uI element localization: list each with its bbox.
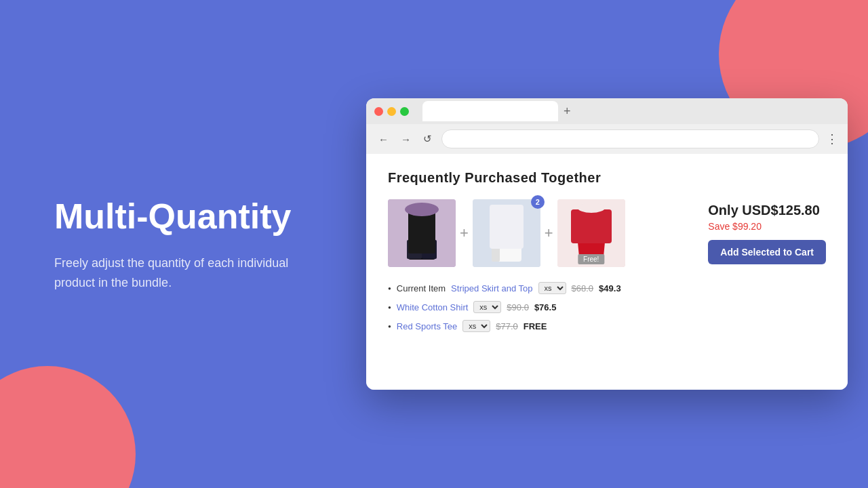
address-bar[interactable] (441, 129, 819, 148)
item-1-link[interactable]: Striped Skirt and Top (451, 283, 532, 293)
bg-decoration-bottom-left (0, 366, 136, 488)
product-2-image[interactable] (473, 199, 540, 267)
item-3-size-select[interactable]: xssmlxl (462, 320, 490, 332)
item-2-original-price: $90.0 (507, 302, 529, 312)
product-1-wrap (388, 199, 456, 267)
active-tab[interactable] (422, 101, 558, 121)
svg-point-1 (412, 207, 431, 229)
bullet-3: ● (388, 323, 391, 329)
list-item: ● Red Sports Tee xssmlxl $77.0 FREE (388, 320, 826, 332)
product-3-wrap: Free! (557, 199, 625, 267)
browser-menu-button[interactable]: ⋮ (826, 131, 838, 146)
price-only-text: Only USD$125.80 (708, 203, 826, 218)
svg-point-6 (498, 208, 515, 228)
item-1-size-select[interactable]: xssmlxl (538, 282, 566, 294)
plus-sign-2: + (545, 224, 553, 242)
product-1-image[interactable] (388, 199, 456, 267)
new-tab-button[interactable]: + (564, 105, 571, 117)
item-3-original-price: $77.0 (496, 321, 518, 331)
product-3-free-badge: Free! (578, 254, 604, 264)
item-2-link[interactable]: White Cotton Shirt (397, 302, 469, 312)
item-list: ● Current Item Striped Skirt and Top xss… (388, 282, 826, 332)
browser-content: Frequently Purchased Together + (366, 154, 848, 390)
product-2-wrap: 2 (473, 199, 540, 267)
item-2-sale-price: $76.5 (534, 302, 557, 312)
left-panel: Multi-Quantity Freely adjust the quantit… (54, 195, 326, 293)
product-2-badge: 2 (531, 195, 545, 209)
browser-window: + ← → ↺ ⋮ Frequently Purchased Together (366, 98, 848, 390)
item-3-link[interactable]: Red Sports Tee (397, 321, 457, 331)
list-item: ● White Cotton Shirt xssmlxl $90.0 $76.5 (388, 301, 826, 313)
reload-button[interactable]: ↺ (420, 131, 435, 146)
svg-point-10 (583, 207, 599, 226)
item-1-sale-price: $49.3 (599, 283, 621, 293)
item-1-original-price: $68.0 (572, 283, 594, 293)
item-3-free-price: FREE (524, 321, 547, 331)
plus-sign-1: + (460, 224, 469, 242)
back-button[interactable]: ← (376, 132, 391, 146)
forward-button[interactable]: → (398, 132, 414, 146)
bullet-2: ● (388, 304, 391, 310)
svg-rect-4 (422, 240, 437, 259)
section-title: Frequently Purchased Together (388, 170, 826, 186)
save-text: Save $99.20 (708, 221, 826, 232)
traffic-light-yellow[interactable] (387, 107, 396, 116)
svg-point-11 (586, 224, 597, 228)
total-price: USD$125.80 (742, 203, 820, 218)
bullet-1: ● (388, 285, 391, 291)
browser-tab-bar: + (366, 98, 848, 124)
svg-rect-3 (407, 240, 422, 259)
traffic-light-red[interactable] (374, 107, 383, 116)
traffic-lights (374, 107, 409, 116)
add-to-cart-button[interactable]: Add Selected to Cart (708, 240, 826, 264)
price-section: Only USD$125.80 Save $99.20 Add Selected… (708, 203, 826, 264)
main-title: Multi-Quantity (54, 195, 326, 237)
tab-area: + (414, 101, 840, 121)
only-label: Only (708, 203, 742, 218)
browser-chrome: + ← → ↺ ⋮ (366, 98, 848, 154)
item-1-label: Current Item (397, 283, 446, 293)
item-2-size-select[interactable]: xssmlxl (473, 301, 501, 313)
products-row: + 2 + (388, 199, 826, 267)
sub-description: Freely adjust the quantity of each indiv… (54, 253, 326, 293)
list-item: ● Current Item Striped Skirt and Top xss… (388, 282, 826, 294)
traffic-light-green[interactable] (400, 107, 409, 116)
browser-nav-bar: ← → ↺ ⋮ (366, 124, 848, 154)
svg-rect-8 (492, 228, 500, 262)
